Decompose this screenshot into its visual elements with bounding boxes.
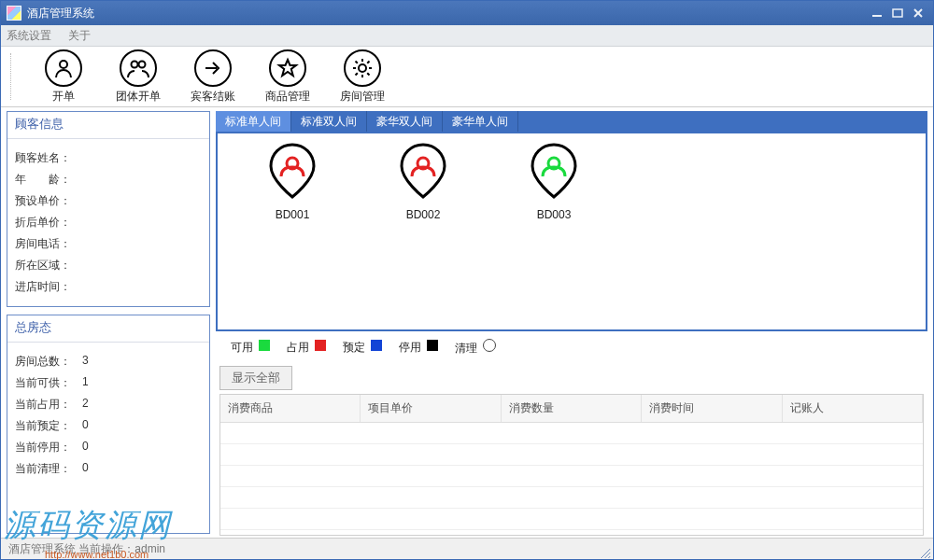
- tab-1[interactable]: 标准双人间: [291, 111, 367, 132]
- window-title: 酒店管理系统: [27, 6, 94, 21]
- room-status-panel: 总房态 房间总数：3当前可供：1当前占用：2当前预定：0当前停用：0当前清理：0: [7, 315, 210, 534]
- star-icon: [269, 49, 306, 87]
- column-header[interactable]: 消费商品: [220, 395, 361, 422]
- toolbar-label: 开单: [52, 89, 75, 105]
- panel-title: 总房态: [7, 315, 209, 343]
- legend-available: 可用: [231, 340, 270, 356]
- field-label: 当前可供：: [15, 375, 82, 391]
- toolbar-new-order[interactable]: 开单: [35, 49, 92, 105]
- left-column: 顾客信息 顾客姓名：年 龄：预设单价：折后单价：房间电话：所在区域：进店时间： …: [1, 107, 216, 538]
- field-label: 所在区域：: [15, 258, 82, 273]
- svg-line-14: [367, 73, 369, 75]
- rooms-area: BD001 BD002 BD003: [216, 132, 927, 331]
- customer-field: 年 龄：: [15, 172, 202, 188]
- svg-point-6: [139, 61, 146, 67]
- field-value: 2: [82, 397, 202, 413]
- status-bar: 酒店管理系统 当前操作：admin: [1, 538, 933, 559]
- table-row: [220, 487, 923, 509]
- room-code: BD002: [406, 208, 441, 221]
- field-label: 折后单价：: [15, 215, 82, 231]
- svg-line-16: [356, 73, 358, 75]
- tab-0[interactable]: 标准单人间: [216, 111, 291, 132]
- field-value: 1: [82, 375, 202, 391]
- toolbar-guest-checkout[interactable]: 宾客结账: [185, 49, 241, 105]
- svg-point-5: [132, 61, 138, 67]
- maximize-button[interactable]: [888, 6, 907, 21]
- field-value: 3: [82, 354, 202, 370]
- field-value: [82, 150, 202, 166]
- menu-about[interactable]: 关于: [68, 28, 91, 44]
- field-label: 当前清理：: [15, 461, 82, 477]
- room-legend: 可用 占用 预定 停用 清理: [216, 331, 927, 364]
- field-value: 0: [82, 440, 202, 455]
- show-all-button[interactable]: 显示全部: [219, 366, 292, 390]
- toolbar-label: 团体开单: [116, 89, 161, 105]
- close-button[interactable]: [909, 6, 927, 21]
- room-BD002[interactable]: BD002: [386, 143, 460, 221]
- column-header[interactable]: 记账人: [783, 395, 923, 422]
- field-label: 当前占用：: [15, 397, 82, 413]
- right-column: 标准单人间标准双人间豪华双人间豪华单人间 BD001 BD002 BD003 可…: [216, 107, 933, 538]
- column-header[interactable]: 消费时间: [642, 395, 782, 422]
- table-row: [220, 466, 923, 487]
- toolbar-group-order[interactable]: 团体开单: [110, 49, 166, 105]
- customer-field: 顾客姓名：: [15, 150, 202, 166]
- menu-bar: 系统设置 关于: [1, 25, 933, 47]
- svg-line-22: [928, 556, 930, 558]
- legend-reserved: 预定: [343, 340, 382, 356]
- person-icon: [45, 49, 82, 87]
- toolbar-goods-manage[interactable]: 商品管理: [260, 49, 316, 105]
- table-row: [220, 423, 923, 444]
- toolbar-room-manage[interactable]: 房间管理: [334, 49, 390, 105]
- field-value: 0: [82, 418, 202, 434]
- room-BD003[interactable]: BD003: [517, 143, 591, 221]
- room-pin-icon: [528, 143, 580, 199]
- customer-field: 折后单价：: [15, 215, 202, 231]
- tab-3[interactable]: 豪华单人间: [443, 111, 518, 132]
- tab-2[interactable]: 豪华双人间: [367, 111, 443, 132]
- status-field: 当前清理：0: [15, 461, 202, 477]
- table-row: [220, 530, 923, 536]
- svg-marker-7: [279, 60, 296, 76]
- field-value: [82, 172, 202, 188]
- room-BD001[interactable]: BD001: [255, 143, 330, 221]
- field-value: [82, 215, 202, 231]
- field-label: 进店时间：: [15, 279, 82, 295]
- menu-system-settings[interactable]: 系统设置: [7, 28, 51, 44]
- field-value: [82, 258, 202, 273]
- customer-field: 预设单价：: [15, 193, 202, 209]
- field-label: 顾客姓名：: [15, 150, 82, 166]
- status-text: 酒店管理系统 当前操作：admin: [8, 541, 165, 557]
- toolbar: 开单 团体开单 宾客结账 商品管理 房间管理: [1, 47, 933, 107]
- column-header[interactable]: 项目单价: [361, 395, 501, 422]
- svg-point-8: [359, 64, 366, 72]
- legend-cleaning: 清理: [455, 339, 496, 357]
- panel-title: 顾客信息: [7, 112, 209, 139]
- resize-grip-icon[interactable]: [918, 546, 931, 559]
- field-value: [82, 279, 202, 295]
- field-label: 房间电话：: [15, 236, 82, 252]
- column-header[interactable]: 消费数量: [502, 395, 642, 422]
- app-icon: [7, 6, 21, 21]
- status-field: 当前占用：2: [15, 397, 202, 413]
- svg-line-13: [356, 61, 358, 63]
- room-type-tabs: 标准单人间标准双人间豪华双人间豪华单人间: [216, 111, 927, 132]
- field-value: [82, 236, 202, 252]
- gear-icon: [344, 49, 381, 87]
- customer-info-panel: 顾客信息 顾客姓名：年 龄：预设单价：折后单价：房间电话：所在区域：进店时间：: [7, 111, 210, 307]
- field-value: [82, 193, 202, 209]
- customer-field: 房间电话：: [15, 236, 202, 252]
- status-field: 当前可供：1: [15, 375, 202, 391]
- arrow-out-icon: [194, 49, 232, 87]
- field-label: 年 龄：: [15, 172, 82, 188]
- room-code: BD003: [537, 208, 572, 221]
- toolbar-label: 房间管理: [340, 89, 385, 105]
- svg-point-4: [60, 61, 67, 68]
- consumption-table: 消费商品项目单价消费数量消费时间记账人: [219, 394, 924, 536]
- status-field: 当前预定：0: [15, 418, 202, 434]
- field-label: 预设单价：: [15, 193, 82, 209]
- minimize-button[interactable]: [868, 6, 886, 21]
- field-label: 当前预定：: [15, 418, 82, 434]
- svg-rect-1: [893, 9, 902, 17]
- group-icon: [120, 49, 157, 87]
